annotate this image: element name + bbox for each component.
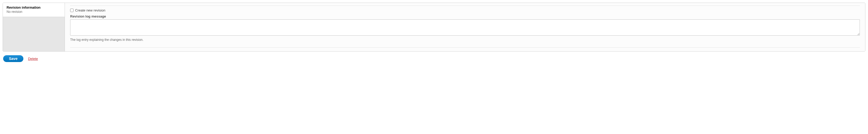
revision-log-label: Revision log message (70, 14, 860, 18)
vertical-tabs-pane: Create new revision Revision log message… (65, 3, 865, 51)
tab-revision-information[interactable]: Revision information No revision (3, 3, 65, 17)
vertical-tabs-container: Revision information No revision Create … (3, 3, 865, 52)
form-actions: Save Delete (3, 55, 865, 62)
create-new-revision-checkbox[interactable] (70, 9, 73, 12)
revision-log-description: The log entry explaining the changes in … (70, 38, 860, 42)
create-new-revision-label[interactable]: Create new revision (75, 8, 105, 12)
revision-log-textarea[interactable] (70, 19, 860, 36)
tab-summary: No revision (6, 10, 61, 14)
save-button[interactable]: Save (3, 55, 23, 62)
tab-title: Revision information (6, 5, 61, 9)
create-new-revision-field: Create new revision (70, 8, 860, 12)
revision-log-field: Revision log message The log entry expla… (70, 14, 860, 42)
revision-pane: Create new revision Revision log message… (70, 5, 860, 48)
delete-link[interactable]: Delete (28, 57, 38, 61)
vertical-tabs-list: Revision information No revision (3, 3, 65, 51)
